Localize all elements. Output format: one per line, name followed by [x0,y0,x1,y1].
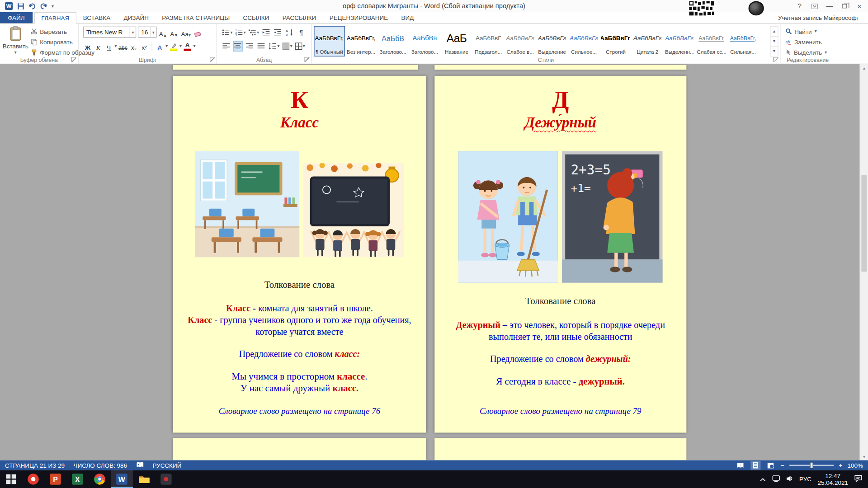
taskbar-powerpoint-icon[interactable]: P [44,470,66,488]
increase-indent-button[interactable] [273,27,283,38]
find-button[interactable]: Найти▾ [786,27,827,35]
sort-button[interactable]: АЯ [284,27,294,38]
restore-button[interactable] [837,0,852,12]
redo-button[interactable] [40,1,47,11]
subscript-button[interactable]: x₂ [129,41,138,51]
print-layout-button[interactable] [750,461,760,470]
font-name-combobox[interactable]: Times New R ▾ [83,27,137,38]
taskbar-word-icon[interactable]: W [111,470,133,488]
line-spacing-button[interactable]: ▾ [268,41,280,52]
ribbon-tab[interactable]: ВСТАВКА [76,12,117,23]
style-card[interactable]: АаБбВвГг Сильное... [569,26,599,56]
tray-expand-chevron[interactable] [760,474,766,484]
document-page-left[interactable]: К Класс [173,76,426,433]
shading-button[interactable]: ▾ [282,41,293,52]
ribbon-tab[interactable]: ССЫЛКИ [236,12,276,23]
zoom-percentage[interactable]: 100% [848,462,863,469]
taskbar-file-explorer-icon[interactable] [133,470,155,488]
volume-icon[interactable] [786,474,793,484]
zoom-out-button[interactable]: − [780,463,784,468]
read-mode-button[interactable] [736,461,745,470]
text-effects-button[interactable]: А [155,41,165,51]
help-button[interactable]: ? [792,0,807,12]
ribbon-tab[interactable]: ФАЙЛ [0,12,33,23]
taskbar-excel-icon[interactable]: X [66,470,89,488]
replace-button[interactable]: ab Заменить [786,38,827,46]
ribbon-display-options-button[interactable] [807,0,822,12]
text-effects-caret[interactable]: ▾ [165,44,168,48]
ribbon-tab[interactable]: ДИЗАЙН [117,12,156,23]
document-area[interactable]: К Класс [0,64,868,460]
document-page-right[interactable]: Д Дежу́рный [434,76,686,433]
close-button[interactable]: × [852,0,867,12]
style-card[interactable]: АаБбВвГг, Без интер... [346,26,377,56]
underline-button[interactable]: Ч [104,41,113,51]
language-indicator[interactable]: РУССКИЙ [152,462,181,469]
account-label[interactable]: Учетная запись Майкрософт [778,14,868,21]
scrollbar-thumb[interactable] [861,175,867,272]
bold-button[interactable]: Ж [83,41,93,51]
font-color-caret[interactable]: ▾ [193,44,196,48]
styles-more-button[interactable]: ▼ [770,47,778,56]
align-right-button[interactable] [245,41,255,52]
scroll-down-arrow[interactable]: ▼ [860,453,868,460]
style-card[interactable]: АаБбВвГг, ¶ Обычный [314,26,344,56]
style-card[interactable]: АаБбВвГг Слабая сс... [696,26,726,56]
qat-customize-button[interactable]: ▾ [52,1,54,11]
page-indicator[interactable]: СТРАНИЦА 21 ИЗ 29 [5,462,65,469]
web-layout-button[interactable] [765,461,775,470]
action-center-icon[interactable] [854,474,862,484]
style-card[interactable]: АаБбВвГг Цитата 2 [632,26,663,56]
font-size-combobox[interactable]: 16 ▾ [138,27,157,38]
style-card[interactable]: АаБбВвГг, Сильная... [728,26,759,56]
zoom-slider[interactable] [789,465,834,466]
style-card[interactable]: АаБ Название [441,26,472,56]
font-color-button[interactable]: А [183,41,192,51]
taskbar-clock[interactable]: 12:47 25.04.2021 [817,473,848,486]
style-card[interactable]: АаБбВв Заголово... [410,26,440,56]
italic-button[interactable]: К [94,41,103,51]
align-left-button[interactable] [222,41,231,52]
show-marks-button[interactable]: ¶ [296,27,306,38]
style-card[interactable]: АаБбВвГг Выделенн... [664,26,695,56]
paste-button[interactable]: Вставить ▾ [3,25,28,57]
align-center-button[interactable] [233,41,243,52]
select-button[interactable]: Выделить▾ [786,48,827,56]
keyboard-language[interactable]: РУС [799,476,811,483]
minimize-button[interactable]: — [822,0,837,12]
start-button[interactable] [0,470,22,488]
style-card[interactable]: АаБбВ Заголово... [377,26,408,56]
clipboard-dialog-launcher[interactable] [71,57,76,62]
change-case-button[interactable]: Аа▾ [180,27,191,37]
multilevel-list-button[interactable]: ▾ [248,27,260,38]
ribbon-tab[interactable]: РАЗМЕТКА СТРАНИЦЫ [156,12,236,23]
underline-caret[interactable]: ▾ [114,44,117,48]
numbering-button[interactable]: 123▾ [235,27,246,38]
word-count[interactable]: ЧИСЛО СЛОВ: 986 [74,462,127,469]
network-icon[interactable] [772,474,780,484]
superscript-button[interactable]: x² [140,41,149,51]
style-card[interactable]: АаБбВвГ Подзагол... [473,26,504,56]
bullets-button[interactable]: ▾ [222,27,233,38]
borders-button[interactable]: ▾ [294,41,306,52]
shrink-font-button[interactable]: А▼ [170,27,179,37]
proofing-status-icon[interactable] [136,461,144,469]
save-button[interactable] [17,1,24,11]
taskbar-misc-app-icon[interactable] [155,470,177,488]
font-dialog-launcher[interactable] [210,57,215,62]
highlight-caret[interactable]: ▾ [179,44,182,48]
ribbon-tab[interactable]: ГЛАВНАЯ [34,12,76,24]
undo-button[interactable] [28,1,36,11]
ribbon-tab[interactable]: РАССЫЛКИ [276,12,323,23]
justify-button[interactable] [256,41,266,52]
paste-dropdown-caret[interactable]: ▾ [14,50,17,54]
taskbar-browser-icon[interactable] [22,470,44,488]
style-card[interactable]: АаБбВвГг Слабое в... [505,26,536,56]
taskbar-chrome-icon[interactable] [89,470,111,488]
style-card[interactable]: АаБбВвГг Выделение [537,26,567,56]
vertical-scrollbar[interactable]: ▲ ▼ [860,64,868,460]
font-size-caret[interactable]: ▾ [150,27,156,37]
styles-scroll-down-button[interactable]: ▼ [770,37,778,47]
paragraph-dialog-launcher[interactable] [304,57,309,62]
style-card[interactable]: АаБбВвГг, Строгий [600,26,631,56]
